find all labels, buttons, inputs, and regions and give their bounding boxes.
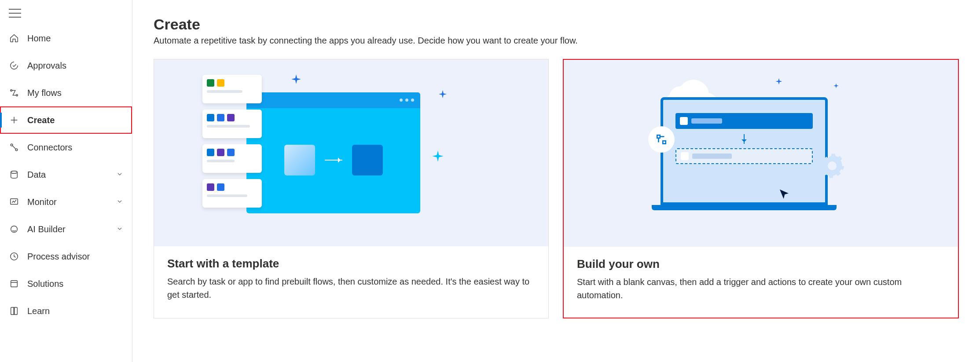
page-title: Create <box>154 16 959 33</box>
card-description: Search by task or app to find prebuilt f… <box>167 275 535 301</box>
learn-icon <box>9 306 19 316</box>
data-icon <box>9 169 19 180</box>
sidebar: Home Approvals My flows Create Connector… <box>0 0 132 362</box>
svg-point-2 <box>11 144 13 146</box>
card-illustration <box>564 60 958 247</box>
plus-icon <box>9 115 19 125</box>
sidebar-item-data[interactable]: Data <box>0 161 132 188</box>
sidebar-item-label: Approvals <box>27 61 66 71</box>
home-icon <box>9 33 19 44</box>
svg-point-4 <box>11 171 18 174</box>
sidebar-item-label: My flows <box>27 88 62 98</box>
sidebar-item-label: Learn <box>27 306 50 316</box>
chevron-down-icon <box>116 224 123 234</box>
sparkle-icon <box>833 83 839 89</box>
cards-row: Start with a template Search by task or … <box>154 59 959 318</box>
sidebar-item-process-advisor[interactable]: Process advisor <box>0 243 132 270</box>
connectors-icon <box>9 142 19 153</box>
laptop-illustration <box>652 97 837 218</box>
process-icon <box>9 251 19 262</box>
sparkle-icon <box>290 73 302 85</box>
cursor-icon <box>778 188 791 203</box>
page-subtitle: Automate a repetitive task by connecting… <box>154 36 959 46</box>
hamburger-icon[interactable] <box>9 9 21 18</box>
sparkle-icon <box>431 150 444 163</box>
svg-rect-8 <box>11 281 18 287</box>
sidebar-item-home[interactable]: Home <box>0 25 132 52</box>
chevron-down-icon <box>116 197 123 207</box>
sidebar-item-label: Create <box>27 115 55 125</box>
chip-stack-illustration <box>202 75 262 208</box>
sparkle-icon <box>438 89 448 99</box>
solutions-icon <box>9 278 19 289</box>
chevron-down-icon <box>116 170 123 180</box>
sidebar-item-label: Monitor <box>27 197 57 207</box>
monitor-icon <box>9 197 19 207</box>
main-content: Create Automate a repetitive task by con… <box>132 0 980 362</box>
sidebar-item-solutions[interactable]: Solutions <box>0 270 132 297</box>
card-title: Start with a template <box>167 257 535 271</box>
card-illustration <box>154 59 548 246</box>
card-body: Start with a template Search by task or … <box>154 246 548 317</box>
sidebar-item-label: Data <box>27 170 46 180</box>
sidebar-item-connectors[interactable]: Connectors <box>0 134 132 161</box>
sidebar-item-create[interactable]: Create <box>0 106 132 134</box>
svg-point-0 <box>11 90 12 91</box>
flows-icon <box>9 88 19 98</box>
sidebar-item-label: Solutions <box>27 279 63 289</box>
sidebar-item-ai-builder[interactable]: AI Builder <box>0 216 132 243</box>
card-description: Start with a blank canvas, then add a tr… <box>577 275 945 302</box>
sparkle-icon <box>775 77 783 85</box>
sidebar-item-learn[interactable]: Learn <box>0 297 132 325</box>
card-title: Build your own <box>577 257 945 271</box>
svg-rect-9 <box>657 135 660 138</box>
sidebar-item-label: Home <box>27 33 51 44</box>
sidebar-item-monitor[interactable]: Monitor <box>0 188 132 216</box>
sidebar-item-my-flows[interactable]: My flows <box>0 79 132 106</box>
card-start-with-template[interactable]: Start with a template Search by task or … <box>154 59 549 318</box>
sidebar-item-approvals[interactable]: Approvals <box>0 52 132 79</box>
svg-point-1 <box>16 95 18 96</box>
card-body: Build your own Start with a blank canvas… <box>564 247 958 318</box>
window-illustration <box>246 92 420 213</box>
svg-point-3 <box>15 149 18 151</box>
svg-rect-10 <box>663 141 666 144</box>
sidebar-item-label: Process advisor <box>27 252 90 262</box>
ai-icon <box>9 224 19 234</box>
card-build-your-own[interactable]: Build your own Start with a blank canvas… <box>563 59 959 318</box>
gear-icon <box>819 153 845 179</box>
sidebar-item-label: AI Builder <box>27 224 66 234</box>
flow-icon <box>648 126 675 153</box>
approvals-icon <box>9 60 19 71</box>
hamburger-row <box>0 4 132 25</box>
sidebar-item-label: Connectors <box>27 143 72 153</box>
